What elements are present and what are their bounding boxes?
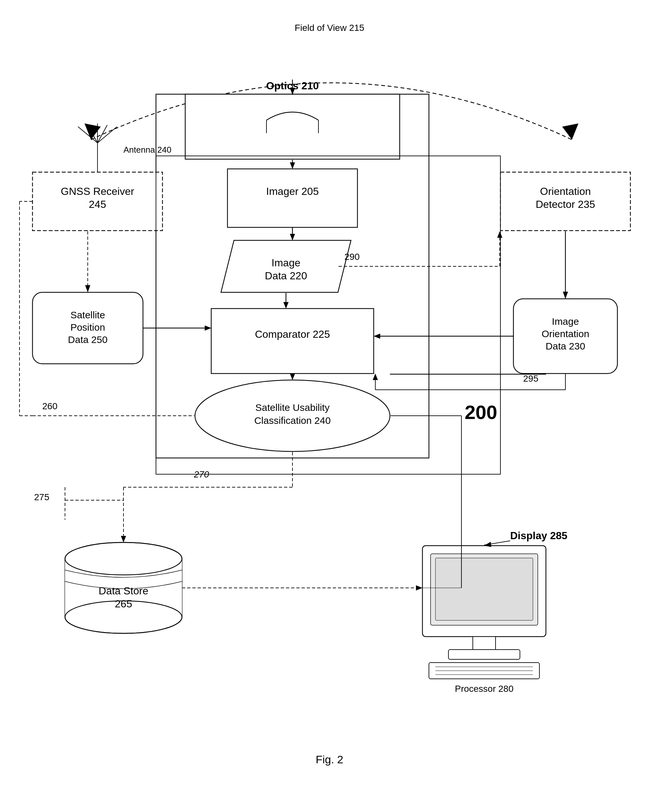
svg-text:Imager 205: Imager 205 bbox=[266, 186, 319, 197]
diagram-container: Field of View 215 Optics 210 Imager 205 … bbox=[0, 0, 659, 812]
svg-rect-17 bbox=[211, 308, 374, 373]
svg-marker-57 bbox=[497, 231, 502, 238]
svg-text:Detector 235: Detector 235 bbox=[536, 198, 595, 210]
svg-marker-43 bbox=[205, 326, 211, 330]
svg-text:290: 290 bbox=[344, 252, 360, 262]
svg-rect-84 bbox=[448, 650, 520, 659]
svg-marker-11 bbox=[290, 162, 295, 169]
svg-text:Satellite Usability: Satellite Usability bbox=[255, 402, 330, 413]
svg-text:260: 260 bbox=[42, 401, 58, 411]
svg-text:Classification 240: Classification 240 bbox=[254, 415, 331, 426]
diagram-svg: Field of View 215 Optics 210 Imager 205 … bbox=[0, 0, 659, 812]
svg-marker-54 bbox=[374, 334, 380, 339]
svg-text:200: 200 bbox=[465, 401, 497, 423]
svg-text:GNSS Receiver: GNSS Receiver bbox=[61, 186, 134, 197]
svg-marker-0 bbox=[85, 123, 101, 140]
svg-text:Orientation: Orientation bbox=[542, 328, 590, 339]
svg-text:245: 245 bbox=[89, 198, 106, 210]
svg-marker-25 bbox=[290, 373, 295, 380]
svg-rect-82 bbox=[435, 558, 533, 620]
svg-text:265: 265 bbox=[115, 598, 132, 610]
field-of-view-label: Field of View 215 bbox=[295, 23, 364, 33]
svg-rect-83 bbox=[473, 637, 495, 650]
svg-text:Data 250: Data 250 bbox=[68, 334, 107, 345]
svg-marker-96 bbox=[121, 536, 126, 543]
svg-text:295: 295 bbox=[523, 373, 538, 384]
svg-text:Position: Position bbox=[71, 322, 105, 333]
svg-rect-3 bbox=[185, 94, 400, 159]
svg-line-34 bbox=[98, 127, 117, 143]
svg-text:Data 220: Data 220 bbox=[265, 270, 307, 282]
svg-text:Satellite: Satellite bbox=[71, 310, 105, 320]
svg-marker-20 bbox=[283, 302, 289, 308]
svg-marker-1 bbox=[562, 123, 579, 140]
svg-marker-16 bbox=[290, 234, 295, 240]
svg-marker-52 bbox=[563, 292, 568, 299]
svg-rect-8 bbox=[227, 169, 358, 227]
svg-text:Image: Image bbox=[272, 257, 301, 269]
svg-text:Orientation: Orientation bbox=[540, 186, 591, 197]
svg-text:Comparator 225: Comparator 225 bbox=[255, 328, 330, 340]
svg-text:Antenna 240: Antenna 240 bbox=[123, 145, 171, 154]
svg-text:Data 230: Data 230 bbox=[545, 341, 585, 351]
svg-text:Image: Image bbox=[552, 316, 579, 327]
svg-marker-65 bbox=[373, 373, 378, 380]
svg-marker-102 bbox=[416, 585, 423, 590]
svg-text:Processor 280: Processor 280 bbox=[455, 684, 514, 694]
svg-text:275: 275 bbox=[34, 492, 49, 502]
svg-text:Fig. 2: Fig. 2 bbox=[315, 753, 343, 766]
svg-text:Display 285: Display 285 bbox=[510, 530, 568, 541]
svg-marker-41 bbox=[85, 285, 90, 292]
svg-text:Data Store: Data Store bbox=[99, 585, 148, 596]
